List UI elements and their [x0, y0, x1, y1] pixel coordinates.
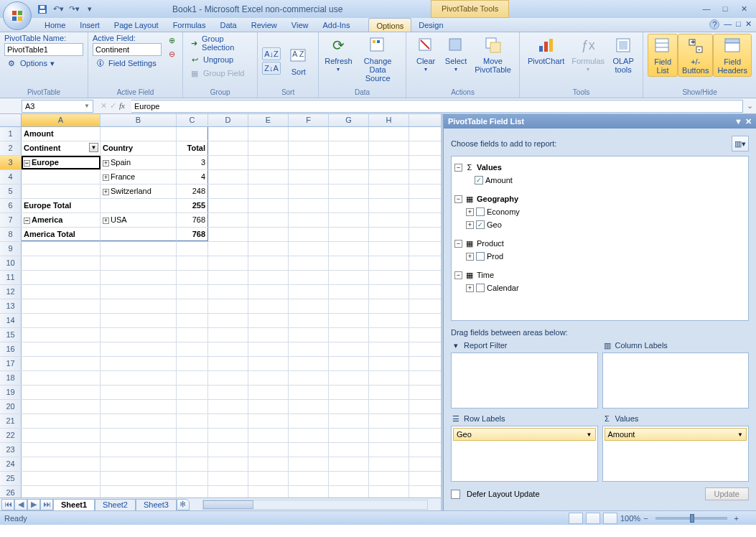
cell[interactable] — [369, 242, 409, 256]
cell[interactable] — [208, 486, 248, 498]
cell[interactable]: +Switzerland — [101, 185, 177, 198]
cell[interactable] — [22, 429, 101, 442]
group-selection-button[interactable]: ➜Group Selection — [187, 34, 253, 52]
cell[interactable] — [208, 357, 248, 370]
row-header[interactable]: 19 — [0, 386, 22, 399]
cell[interactable] — [101, 414, 177, 428]
sort-desc-button[interactable]: Z↓A — [262, 62, 281, 75]
cell[interactable] — [101, 199, 177, 213]
cell[interactable] — [208, 127, 248, 141]
ungroup-button[interactable]: ↩Ungroup — [187, 53, 253, 66]
cell[interactable] — [208, 185, 248, 198]
maximize-icon[interactable]: □ — [719, 4, 732, 14]
cell[interactable] — [369, 328, 409, 342]
field-list-title-bar[interactable]: PivotTable Field List ▼ ✕ — [444, 114, 756, 129]
options-button[interactable]: ⚙Options ▾ — [4, 57, 83, 70]
cell[interactable] — [369, 271, 409, 284]
cell[interactable] — [22, 386, 101, 399]
cell[interactable] — [101, 386, 177, 399]
cell[interactable] — [22, 342, 101, 356]
cell[interactable] — [248, 414, 289, 428]
row-header[interactable]: 23 — [0, 443, 22, 457]
column-header[interactable]: G — [329, 114, 369, 126]
cell[interactable] — [22, 357, 101, 370]
cell[interactable] — [22, 256, 101, 270]
prev-sheet-icon[interactable]: ◀ — [14, 499, 27, 510]
cell[interactable] — [101, 457, 177, 471]
field-list-layout-button[interactable]: ▥▾ — [732, 136, 749, 151]
row-header[interactable]: 4 — [0, 170, 22, 184]
move-pivottable-button[interactable]: Move PivotTable — [471, 34, 515, 75]
cell[interactable]: −Europe — [22, 156, 101, 169]
cell[interactable] — [289, 271, 329, 284]
row-header[interactable]: 8 — [0, 228, 22, 241]
zoom-level[interactable]: 100% — [620, 514, 640, 523]
cell[interactable]: Country — [101, 141, 177, 155]
row-header[interactable]: 5 — [0, 185, 22, 198]
cell[interactable] — [177, 299, 208, 313]
defer-update-checkbox[interactable] — [451, 490, 460, 499]
cell[interactable] — [177, 328, 208, 342]
olap-tools-button[interactable]: OLAP tools — [608, 34, 638, 75]
formula-input[interactable]: Europe — [131, 100, 743, 113]
cell[interactable] — [289, 156, 329, 169]
cell[interactable] — [177, 400, 208, 414]
row-header[interactable]: 11 — [0, 271, 22, 284]
clear-button[interactable]: Clear▾ — [411, 34, 441, 75]
refresh-button[interactable]: ⟳Refresh▾ — [323, 34, 354, 75]
cell[interactable] — [177, 242, 208, 256]
cell[interactable] — [329, 213, 369, 227]
cell[interactable] — [329, 185, 369, 198]
cell[interactable] — [177, 457, 208, 471]
cell[interactable] — [208, 271, 248, 284]
cell[interactable] — [22, 271, 101, 284]
cell[interactable] — [329, 443, 369, 457]
close-icon[interactable]: ✕ — [737, 4, 750, 14]
cell[interactable] — [369, 386, 409, 399]
cell[interactable] — [208, 386, 248, 399]
cell[interactable] — [177, 285, 208, 299]
tab-design[interactable]: Design — [411, 18, 450, 32]
cell[interactable] — [289, 371, 329, 385]
cell[interactable]: +USA — [101, 213, 177, 227]
tab-addins[interactable]: Add-Ins — [315, 18, 357, 32]
cell[interactable]: 768 — [177, 213, 208, 227]
next-sheet-icon[interactable]: ▶ — [27, 499, 40, 510]
tab-options[interactable]: Options — [368, 18, 411, 32]
row-header[interactable]: 2 — [0, 141, 22, 155]
field-calendar[interactable]: Calendar — [487, 284, 745, 292]
cell[interactable] — [248, 400, 289, 414]
cell[interactable] — [177, 127, 208, 141]
product-dimension[interactable]: Product — [477, 239, 745, 248]
cell[interactable] — [22, 414, 101, 428]
cell[interactable] — [369, 371, 409, 385]
cell[interactable] — [208, 429, 248, 442]
cell[interactable] — [248, 285, 289, 299]
cancel-formula-icon[interactable]: ✕ — [101, 101, 107, 111]
cell[interactable] — [22, 242, 101, 256]
expand-formula-bar-icon[interactable]: ⌄ — [743, 101, 756, 111]
cell[interactable] — [248, 486, 289, 498]
cell[interactable] — [369, 299, 409, 313]
sheet-tab[interactable]: Sheet2 — [95, 499, 136, 510]
row-item-geo[interactable]: Geo▼ — [453, 428, 596, 441]
tab-page-layout[interactable]: Page Layout — [107, 18, 166, 32]
fx-icon[interactable]: fx — [119, 101, 125, 111]
cell[interactable] — [177, 386, 208, 399]
cell[interactable]: 4 — [177, 170, 208, 184]
row-header[interactable]: 7 — [0, 213, 22, 227]
row-header[interactable]: 17 — [0, 357, 22, 370]
cell[interactable] — [289, 357, 329, 370]
cell[interactable] — [369, 443, 409, 457]
field-settings-button[interactable]: 🛈Field Settings — [93, 57, 162, 70]
cell[interactable] — [329, 486, 369, 498]
cell[interactable] — [101, 429, 177, 442]
cell[interactable] — [369, 314, 409, 327]
column-header[interactable]: H — [369, 114, 409, 126]
expand-country-icon[interactable]: + — [103, 218, 109, 224]
horizontal-scrollbar[interactable] — [202, 500, 428, 510]
collapse-field-button[interactable]: ⊖ — [164, 47, 179, 60]
cell[interactable] — [329, 141, 369, 155]
normal-view-icon[interactable] — [569, 513, 583, 524]
collapse-geography-icon[interactable]: − — [454, 195, 462, 203]
